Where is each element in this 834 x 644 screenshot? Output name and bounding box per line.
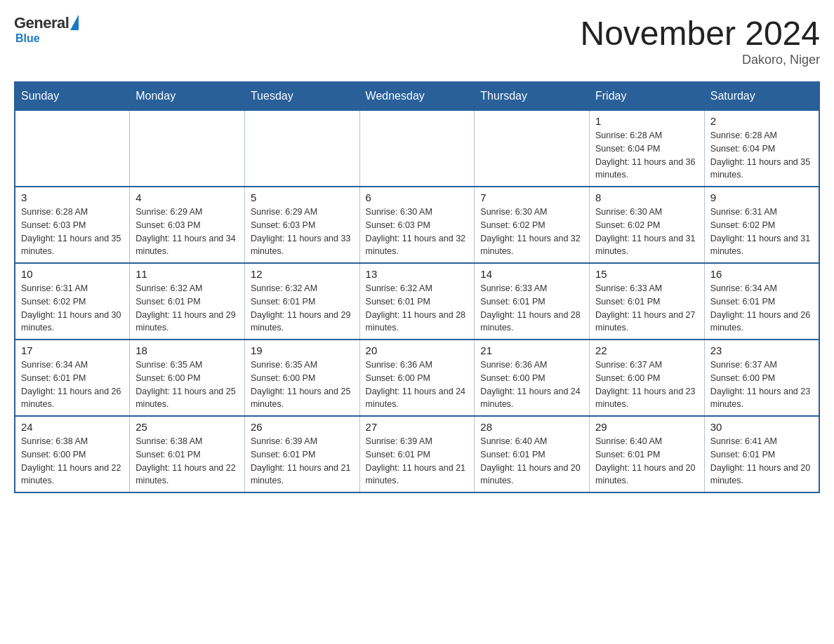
day-info: Sunrise: 6:31 AM Sunset: 6:02 PM Dayligh… [21, 282, 124, 335]
day-number: 2 [710, 115, 813, 127]
day-number: 15 [595, 268, 699, 280]
day-info: Sunrise: 6:30 AM Sunset: 6:02 PM Dayligh… [595, 206, 699, 258]
logo-general-text: General [14, 14, 69, 32]
calendar-day-cell: 25Sunrise: 6:38 AM Sunset: 6:01 PM Dayli… [130, 416, 245, 492]
calendar-day-cell: 14Sunrise: 6:33 AM Sunset: 6:01 PM Dayli… [475, 263, 590, 340]
calendar-day-cell: 3Sunrise: 6:28 AM Sunset: 6:03 PM Daylig… [15, 187, 130, 263]
day-info: Sunrise: 6:37 AM Sunset: 6:00 PM Dayligh… [595, 358, 699, 411]
day-info: Sunrise: 6:29 AM Sunset: 6:03 PM Dayligh… [251, 206, 354, 258]
day-info: Sunrise: 6:38 AM Sunset: 6:01 PM Dayligh… [135, 435, 239, 488]
day-number: 6 [366, 192, 469, 203]
logo-underline-text: Blue [15, 32, 40, 45]
day-info: Sunrise: 6:32 AM Sunset: 6:01 PM Dayligh… [135, 282, 239, 335]
day-info: Sunrise: 6:40 AM Sunset: 6:01 PM Dayligh… [595, 435, 699, 488]
logo: General Blue [14, 14, 80, 45]
day-info: Sunrise: 6:35 AM Sunset: 6:00 PM Dayligh… [251, 358, 354, 411]
day-info: Sunrise: 6:39 AM Sunset: 6:01 PM Dayligh… [366, 435, 469, 488]
day-number: 20 [366, 344, 469, 356]
calendar-day-cell [15, 110, 130, 187]
day-number: 5 [251, 192, 354, 203]
calendar-day-cell: 27Sunrise: 6:39 AM Sunset: 6:01 PM Dayli… [359, 416, 475, 492]
calendar-day-cell: 18Sunrise: 6:35 AM Sunset: 6:00 PM Dayli… [130, 340, 245, 416]
day-info: Sunrise: 6:29 AM Sunset: 6:03 PM Dayligh… [135, 206, 239, 258]
calendar-header-tuesday: Tuesday [244, 82, 359, 110]
calendar-day-cell: 5Sunrise: 6:29 AM Sunset: 6:03 PM Daylig… [244, 187, 359, 263]
calendar-day-cell: 12Sunrise: 6:32 AM Sunset: 6:01 PM Dayli… [244, 263, 359, 340]
calendar-day-cell: 29Sunrise: 6:40 AM Sunset: 6:01 PM Dayli… [590, 416, 705, 492]
calendar-day-cell: 1Sunrise: 6:28 AM Sunset: 6:04 PM Daylig… [590, 110, 705, 187]
day-number: 24 [21, 421, 124, 433]
day-number: 17 [21, 344, 124, 356]
day-info: Sunrise: 6:28 AM Sunset: 6:03 PM Dayligh… [21, 206, 124, 258]
calendar-day-cell [244, 110, 359, 187]
day-number: 22 [595, 344, 699, 356]
calendar-header-monday: Monday [130, 82, 245, 110]
day-info: Sunrise: 6:30 AM Sunset: 6:02 PM Dayligh… [480, 206, 583, 258]
day-info: Sunrise: 6:33 AM Sunset: 6:01 PM Dayligh… [480, 282, 583, 335]
calendar-day-cell: 22Sunrise: 6:37 AM Sunset: 6:00 PM Dayli… [590, 340, 705, 416]
day-number: 16 [710, 268, 813, 280]
calendar-day-cell: 6Sunrise: 6:30 AM Sunset: 6:03 PM Daylig… [359, 187, 475, 263]
page-header: General Blue November 2024 Dakoro, Niger [14, 14, 820, 67]
calendar-week-row: 24Sunrise: 6:38 AM Sunset: 6:00 PM Dayli… [15, 416, 819, 492]
day-info: Sunrise: 6:38 AM Sunset: 6:00 PM Dayligh… [21, 435, 124, 488]
calendar-day-cell: 19Sunrise: 6:35 AM Sunset: 6:00 PM Dayli… [244, 340, 359, 416]
day-number: 30 [710, 421, 813, 433]
calendar-day-cell: 10Sunrise: 6:31 AM Sunset: 6:02 PM Dayli… [15, 263, 130, 340]
calendar-day-cell: 8Sunrise: 6:30 AM Sunset: 6:02 PM Daylig… [590, 187, 705, 263]
calendar-header-sunday: Sunday [15, 82, 130, 110]
calendar-day-cell: 13Sunrise: 6:32 AM Sunset: 6:01 PM Dayli… [359, 263, 475, 340]
calendar-header-saturday: Saturday [704, 82, 819, 110]
calendar-day-cell [130, 110, 245, 187]
day-info: Sunrise: 6:32 AM Sunset: 6:01 PM Dayligh… [251, 282, 354, 335]
calendar-day-cell: 17Sunrise: 6:34 AM Sunset: 6:01 PM Dayli… [15, 340, 130, 416]
day-number: 28 [480, 421, 583, 433]
day-number: 7 [480, 192, 583, 203]
title-block: November 2024 Dakoro, Niger [580, 14, 820, 67]
day-number: 26 [251, 421, 354, 433]
day-number: 12 [251, 268, 354, 280]
calendar-day-cell: 2Sunrise: 6:28 AM Sunset: 6:04 PM Daylig… [704, 110, 819, 187]
day-number: 29 [595, 421, 699, 433]
calendar-day-cell [475, 110, 590, 187]
calendar-day-cell: 4Sunrise: 6:29 AM Sunset: 6:03 PM Daylig… [130, 187, 245, 263]
day-info: Sunrise: 6:32 AM Sunset: 6:01 PM Dayligh… [366, 282, 469, 335]
day-info: Sunrise: 6:33 AM Sunset: 6:01 PM Dayligh… [595, 282, 699, 335]
calendar-day-cell: 21Sunrise: 6:36 AM Sunset: 6:00 PM Dayli… [475, 340, 590, 416]
calendar-day-cell: 30Sunrise: 6:41 AM Sunset: 6:01 PM Dayli… [704, 416, 819, 492]
day-number: 3 [21, 192, 124, 203]
day-info: Sunrise: 6:31 AM Sunset: 6:02 PM Dayligh… [710, 206, 813, 258]
calendar-header-wednesday: Wednesday [359, 82, 475, 110]
calendar-day-cell [359, 110, 475, 187]
calendar-day-cell: 7Sunrise: 6:30 AM Sunset: 6:02 PM Daylig… [475, 187, 590, 263]
calendar-day-cell: 24Sunrise: 6:38 AM Sunset: 6:00 PM Dayli… [15, 416, 130, 492]
day-number: 1 [595, 115, 699, 127]
day-info: Sunrise: 6:30 AM Sunset: 6:03 PM Dayligh… [366, 206, 469, 258]
calendar-week-row: 3Sunrise: 6:28 AM Sunset: 6:03 PM Daylig… [15, 187, 819, 263]
day-info: Sunrise: 6:39 AM Sunset: 6:01 PM Dayligh… [251, 435, 354, 488]
day-number: 8 [595, 192, 699, 203]
calendar-day-cell: 23Sunrise: 6:37 AM Sunset: 6:00 PM Dayli… [704, 340, 819, 416]
calendar-header-thursday: Thursday [475, 82, 590, 110]
calendar-day-cell: 11Sunrise: 6:32 AM Sunset: 6:01 PM Dayli… [130, 263, 245, 340]
day-number: 23 [710, 344, 813, 356]
day-number: 27 [366, 421, 469, 433]
day-number: 19 [251, 344, 354, 356]
day-number: 25 [135, 421, 239, 433]
day-number: 10 [21, 268, 124, 280]
day-info: Sunrise: 6:36 AM Sunset: 6:00 PM Dayligh… [366, 358, 469, 411]
calendar-day-cell: 15Sunrise: 6:33 AM Sunset: 6:01 PM Dayli… [590, 263, 705, 340]
location: Dakoro, Niger [580, 53, 820, 67]
day-info: Sunrise: 6:40 AM Sunset: 6:01 PM Dayligh… [480, 435, 583, 488]
day-number: 9 [710, 192, 813, 203]
day-info: Sunrise: 6:37 AM Sunset: 6:00 PM Dayligh… [710, 358, 813, 411]
day-info: Sunrise: 6:34 AM Sunset: 6:01 PM Dayligh… [710, 282, 813, 335]
day-number: 21 [480, 344, 583, 356]
calendar-day-cell: 16Sunrise: 6:34 AM Sunset: 6:01 PM Dayli… [704, 263, 819, 340]
calendar-day-cell: 28Sunrise: 6:40 AM Sunset: 6:01 PM Dayli… [475, 416, 590, 492]
logo-triangle-icon [70, 15, 79, 30]
calendar-week-row: 10Sunrise: 6:31 AM Sunset: 6:02 PM Dayli… [15, 263, 819, 340]
calendar-day-cell: 26Sunrise: 6:39 AM Sunset: 6:01 PM Dayli… [244, 416, 359, 492]
calendar-header-friday: Friday [590, 82, 705, 110]
calendar-table: SundayMondayTuesdayWednesdayThursdayFrid… [14, 81, 820, 493]
